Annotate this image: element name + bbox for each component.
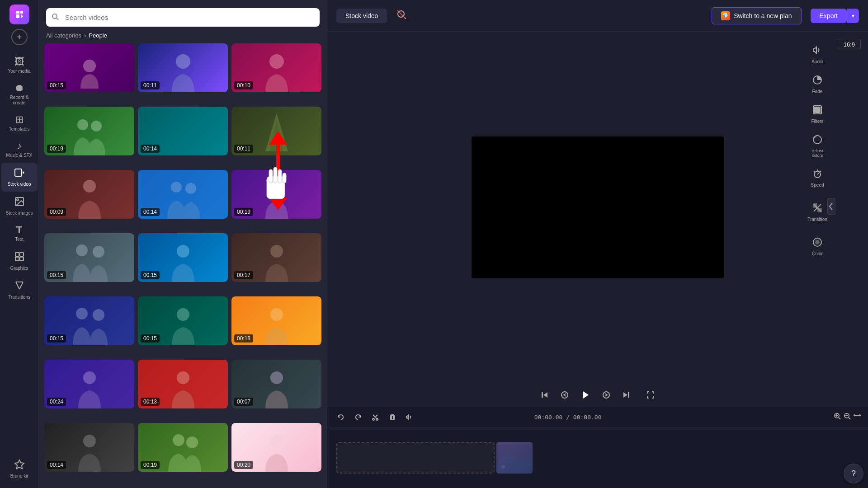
sidebar-item-label-stock-images: Stock images xyxy=(5,211,33,216)
sidebar-item-your-media[interactable]: 🖼 Your media xyxy=(1,52,38,79)
app-logo xyxy=(9,5,29,24)
sidebar-item-label-transitions: Transitions xyxy=(8,295,30,300)
video-thumb-14[interactable]: 00:15 xyxy=(138,296,228,345)
svg-point-12 xyxy=(269,54,284,69)
svg-rect-62 xyxy=(827,198,835,215)
play-button[interactable] xyxy=(577,387,594,403)
undo-button[interactable] xyxy=(335,411,347,423)
sidebar-item-stock-video[interactable]: Stock video xyxy=(1,163,38,192)
svg-rect-58 xyxy=(813,204,817,207)
video-thumb-19[interactable]: 00:14 xyxy=(44,423,134,472)
cut-button[interactable] xyxy=(369,411,382,423)
svg-point-14 xyxy=(91,121,102,131)
zoom-out-button[interactable] xyxy=(844,413,851,422)
sidebar-item-label-stock-video: Stock video xyxy=(8,182,31,187)
video-duration-8: 00:14 xyxy=(141,208,160,216)
svg-rect-50 xyxy=(815,110,817,113)
empty-clip-placeholder[interactable] xyxy=(336,442,495,474)
video-thumb-6[interactable]: 00:11 xyxy=(231,107,321,155)
delete-button[interactable] xyxy=(386,411,399,423)
sidebar-item-stock-images[interactable]: Stock images xyxy=(1,192,38,221)
video-duration-18: 00:07 xyxy=(234,398,253,406)
sidebar-item-music-sfx[interactable]: ♪ Music & SFX xyxy=(1,136,38,163)
stock-video-tab[interactable]: Stock video xyxy=(336,9,387,23)
export-dropdown-button[interactable]: ▾ xyxy=(847,9,859,23)
redo-button[interactable] xyxy=(352,411,364,423)
sidebar-item-transitions[interactable]: Transitions xyxy=(1,276,38,305)
expand-timeline-button[interactable] xyxy=(854,413,861,422)
sidebar-item-graphics[interactable]: Graphics xyxy=(1,247,38,276)
skip-back-button[interactable] xyxy=(538,388,552,402)
transitions-icon xyxy=(14,280,25,293)
video-thumb-18[interactable]: 00:07 xyxy=(231,360,321,408)
right-item-filters[interactable]: Filters xyxy=(803,100,832,128)
right-item-speed[interactable]: Speed xyxy=(803,164,832,192)
sidebar-item-label-music: Music & SFX xyxy=(6,153,33,158)
sidebar-item-templates[interactable]: ⊞ Templates xyxy=(1,110,38,136)
video-thumb-13[interactable]: 00:15 xyxy=(44,296,134,345)
brand-kit-icon xyxy=(14,459,25,472)
aspect-ratio-badge[interactable]: 16:9 xyxy=(838,39,861,50)
sidebar-item-brand-kit[interactable]: Brand kit xyxy=(1,455,38,483)
skip-forward-button[interactable] xyxy=(619,388,633,402)
zoom-in-button[interactable] xyxy=(834,413,841,422)
add-button[interactable]: + xyxy=(11,29,28,45)
video-thumb-12[interactable]: 00:17 xyxy=(231,233,321,282)
video-duration-16: 00:24 xyxy=(47,398,66,406)
video-preview xyxy=(472,136,724,278)
right-item-audio-label: Audio xyxy=(811,59,823,64)
collapse-right-panel-button[interactable] xyxy=(827,198,835,216)
playback-controls xyxy=(327,383,868,407)
svg-rect-51 xyxy=(818,110,820,113)
frame-forward-button[interactable] xyxy=(599,388,613,402)
video-grid: 00:15 00:11 00:10 xyxy=(39,43,327,488)
video-thumb-11[interactable]: 00:15 xyxy=(138,233,228,282)
video-duration-10: 00:15 xyxy=(47,271,66,279)
right-item-transition-label: Transition xyxy=(807,217,827,222)
video-thumb-16[interactable]: 00:24 xyxy=(44,360,134,408)
adjust-colors-icon xyxy=(812,135,822,147)
video-thumb-10[interactable]: 00:15 xyxy=(44,233,134,282)
right-item-audio[interactable]: Audio xyxy=(803,41,832,69)
export-button[interactable]: Export xyxy=(811,9,847,23)
breadcrumb-current: People xyxy=(89,32,107,39)
audio-timeline-button[interactable] xyxy=(403,411,416,423)
frame-back-button[interactable] xyxy=(557,388,572,402)
fullscreen-button[interactable] xyxy=(643,388,658,402)
video-thumb-8[interactable]: 00:14 xyxy=(138,170,228,219)
video-duration-19: 00:14 xyxy=(47,461,66,469)
right-item-speed-label: Speed xyxy=(811,183,824,188)
right-item-adjust-colors[interactable]: Adjustcolors xyxy=(803,130,832,162)
sidebar-item-record-create[interactable]: ⏺ Record &create xyxy=(1,79,38,110)
timeline-content: ? xyxy=(327,427,868,488)
video-thumb-4[interactable]: 00:19 xyxy=(44,107,134,155)
record-create-icon: ⏺ xyxy=(14,83,24,93)
right-item-fade[interactable]: Fade xyxy=(803,70,832,99)
sidebar-item-text[interactable]: T Text xyxy=(1,221,38,247)
help-button[interactable]: ? xyxy=(844,464,863,483)
svg-point-65 xyxy=(561,392,568,398)
search-input[interactable] xyxy=(46,8,320,27)
video-thumb-20[interactable]: 00:19 xyxy=(138,423,228,472)
video-thumb-3[interactable]: 00:10 xyxy=(231,43,321,92)
breadcrumb-root[interactable]: All categories xyxy=(46,32,81,39)
video-duration-15: 00:18 xyxy=(234,334,253,343)
video-thumb-9[interactable]: 00:19 xyxy=(231,170,321,219)
video-thumb-1[interactable]: 00:15 xyxy=(44,43,134,92)
diamond-icon: 💎 xyxy=(721,11,730,20)
sidebar-item-label-record-create: Record &create xyxy=(10,95,29,106)
video-thumb-17[interactable]: 00:13 xyxy=(138,360,228,408)
video-thumb-15[interactable]: 00:18 xyxy=(231,296,321,345)
video-thumb-21[interactable]: 00:20 xyxy=(231,423,321,472)
sidebar-item-label-templates: Templates xyxy=(9,127,30,132)
video-thumb-2[interactable]: 00:11 xyxy=(138,43,228,92)
video-thumb-5[interactable]: 00:14 xyxy=(138,107,228,155)
switch-plan-button[interactable]: 💎 Switch to a new plan xyxy=(712,7,801,24)
video-duration-6: 00:11 xyxy=(234,145,253,153)
timeline-area: 00:00.00 / 00:00.00 xyxy=(327,407,868,488)
video-duration-1: 00:15 xyxy=(47,81,66,89)
video-thumb-7[interactable]: 00:09 xyxy=(44,170,134,219)
templates-icon: ⊞ xyxy=(15,115,24,125)
timeline-clip-1[interactable] xyxy=(496,442,533,474)
right-item-color[interactable]: Color xyxy=(803,233,832,261)
